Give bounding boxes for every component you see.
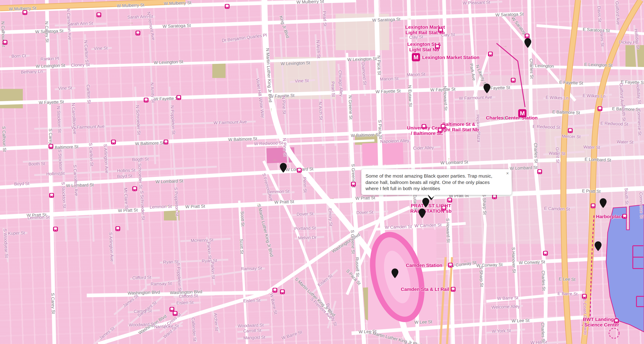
street-label: Kuper St — [8, 230, 25, 236]
street-label: S Sharp St — [482, 194, 487, 215]
street-label: W Pratt St — [185, 203, 205, 209]
station-label: Camden Sta & Lt Rail — [401, 287, 449, 292]
transit-stop-icon — [598, 106, 602, 111]
street-label: N Eutaw St — [407, 85, 413, 107]
street-label: S Greene St — [350, 230, 356, 254]
street-label: W Pratt St — [274, 199, 294, 205]
street-label: E Baltimore St — [552, 109, 580, 115]
street-label: Mercer St — [562, 134, 580, 140]
map-pin-icon[interactable] — [280, 163, 287, 173]
transit-stop-icon — [49, 144, 54, 149]
street-label: Commerce St — [638, 192, 644, 219]
street-label: Lemmon St — [28, 214, 50, 220]
street-label: S Carey St — [50, 293, 56, 314]
street-label: E Camden St — [544, 206, 570, 212]
street-label: Lemmon St — [267, 189, 290, 194]
street-label: N Pine St — [282, 138, 288, 156]
station-label: Camden Station — [406, 263, 442, 268]
street-label: Dover St — [356, 210, 374, 215]
one-way-arrow-icon: → — [330, 195, 335, 201]
street-label: W Lexington St — [280, 60, 310, 66]
street-label: E Fayette St — [559, 80, 583, 86]
one-way-arrow-icon: → — [406, 15, 412, 21]
street-label: S Paca St — [377, 120, 383, 139]
street-label: Booth St — [28, 161, 45, 167]
transit-stop-icon — [111, 140, 116, 145]
street-label: Penn St — [302, 177, 308, 193]
street-label: W York St — [492, 328, 511, 334]
street-label: W Baltimore St — [351, 132, 380, 138]
street-label: W Baltimore St — [135, 141, 164, 146]
transit-stop-icon — [53, 227, 58, 232]
street-label: E Redwood St — [532, 124, 560, 130]
street-label: Booth St — [132, 157, 149, 162]
transit-stop-icon — [492, 194, 497, 199]
transit-stop-icon — [272, 288, 277, 293]
map-pin-icon[interactable] — [595, 241, 602, 251]
street-label: E Fayette St — [621, 79, 644, 85]
tooltip: Some of the most amazing Black queer par… — [362, 169, 512, 195]
transit-stop-icon — [622, 214, 627, 219]
map-pin-icon[interactable] — [600, 198, 606, 208]
street-label: Vine St — [295, 78, 309, 84]
map-pin-icon[interactable] — [524, 38, 531, 48]
one-way-arrow-icon: → — [129, 19, 134, 25]
street-label: Vine St — [58, 85, 72, 91]
map-pin-icon[interactable] — [484, 83, 490, 93]
street-label: W Lexington St — [347, 56, 377, 62]
street-label: Portland St — [294, 225, 316, 231]
street-label: Water St — [616, 139, 634, 145]
metro-station-icon: M — [518, 109, 526, 117]
map-pin-icon[interactable] — [419, 208, 426, 218]
street-label: Scott St — [239, 239, 244, 254]
street-label: E Wilkes Ln — [582, 93, 606, 99]
street-label: Emory St — [327, 208, 333, 226]
close-icon[interactable]: × — [506, 171, 509, 175]
transit-stop-icon — [525, 34, 530, 38]
street-label: Charles St — [540, 322, 546, 343]
street-label: Dover St — [296, 211, 314, 217]
street-label: Born Ct — [11, 53, 26, 59]
street-label: W Mulberry St — [164, 0, 191, 6]
transit-stop-icon — [438, 128, 443, 133]
transit-stop-icon — [488, 52, 493, 56]
street-label: N Pine St — [281, 96, 287, 114]
street-label: Vine St — [94, 46, 108, 51]
street-label: N Arch St — [315, 40, 321, 58]
one-way-arrow-icon: → — [502, 43, 508, 49]
street-label: Hollins St — [117, 168, 136, 173]
transit-stop-icon — [582, 294, 587, 299]
street-label: Davis St — [599, 30, 605, 47]
transit-stop-icon — [22, 10, 28, 15]
street-label: Pearl St — [330, 81, 336, 97]
map-pin-icon[interactable] — [392, 268, 398, 278]
transit-stop-icon — [351, 182, 356, 187]
one-way-arrow-icon: → — [268, 107, 274, 112]
street-label: W Fayette St — [154, 96, 180, 102]
transit-stop-icon — [591, 203, 596, 208]
street-label: Cider Alley — [413, 145, 434, 151]
street-label: W Lexington St — [36, 63, 65, 69]
transit-stop-icon — [173, 311, 178, 316]
street-label: South St — [624, 188, 630, 205]
street-label: W Lombard St — [510, 165, 538, 171]
street-label: Marion St — [380, 76, 398, 82]
street-label: W Saratoga St — [372, 17, 400, 23]
street-label: E Lombard St — [585, 157, 611, 163]
street-label: Dickey Pl — [619, 40, 637, 45]
transit-stop-icon — [297, 168, 302, 173]
transit-stop-icon — [511, 78, 516, 83]
street-label: W Pratt St — [355, 195, 375, 201]
map-canvas[interactable]: W Mulberry StW Mulberry StW Mulberry StW… — [0, 0, 644, 344]
street-label: Commerce St — [636, 109, 642, 136]
street-label: Cloney St — [71, 62, 90, 68]
transit-stop-icon — [448, 263, 453, 268]
one-way-arrow-icon: → — [349, 199, 354, 205]
street-label: Sarah Ann St — [67, 21, 93, 27]
transit-stop-icon — [451, 287, 456, 292]
street-label: N Paca St — [376, 55, 382, 75]
street-label: Rankin Pl — [40, 56, 59, 62]
map-pin-icon[interactable] — [422, 198, 429, 208]
transit-stop-icon — [144, 98, 148, 103]
street-label: Welcome Alley — [492, 304, 520, 310]
